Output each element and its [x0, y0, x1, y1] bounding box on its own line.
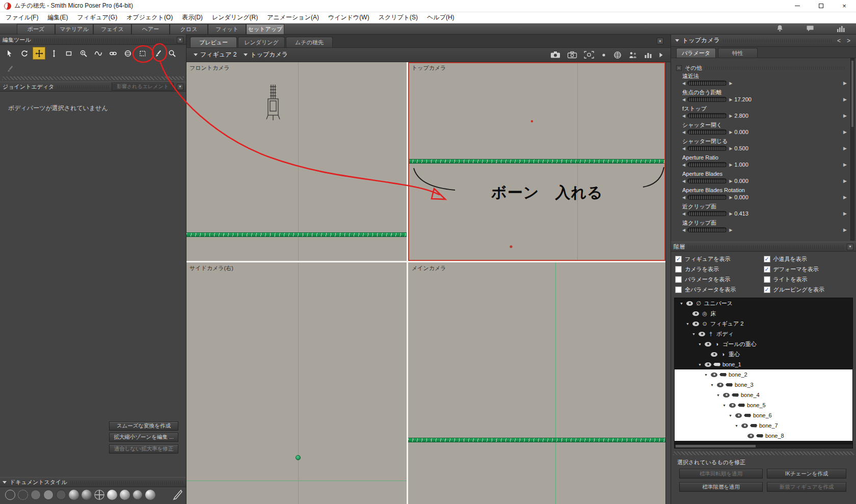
dial-right-arrow-icon[interactable]: ▶ [729, 97, 732, 102]
expander-icon[interactable]: ▼ [692, 332, 697, 336]
room-tab-fitting[interactable]: フィット [208, 24, 246, 34]
checkbox-icon[interactable]: ✓ [764, 256, 770, 262]
parameter-value[interactable]: 0.000 [734, 194, 755, 200]
parameter-dial[interactable] [687, 227, 727, 232]
figure-dropdown[interactable]: フィギュア 2 [194, 50, 236, 59]
style-silhouette-icon[interactable] [5, 490, 15, 500]
menu-help[interactable]: ヘルプ(H) [422, 13, 459, 22]
tab-properties[interactable]: 特性 [718, 48, 758, 58]
select-tool-icon[interactable] [3, 47, 16, 60]
snapshot-camera-icon[interactable] [550, 51, 560, 59]
parameter-value[interactable]: 0.500 [734, 145, 755, 151]
menu-figure[interactable]: フィギュア(G) [72, 13, 122, 22]
checkbox-show-props[interactable]: ✓小道具を表示 [764, 255, 852, 263]
dial-right-arrow-icon[interactable]: ▶ [729, 146, 732, 151]
morph-brush-icon[interactable] [3, 62, 16, 75]
checkbox-show-all-parameters[interactable]: ✓全パラメータを表示 [675, 286, 764, 294]
style-smooth-shaded-icon[interactable] [107, 490, 117, 500]
parameter-flyout-icon[interactable]: ▶ [843, 227, 847, 232]
expander-icon[interactable]: ▼ [729, 414, 733, 417]
tree-item-universe[interactable]: ▼∅ユニバース [675, 298, 852, 308]
tree-item-center[interactable]: ▼◑重心 [675, 349, 852, 359]
close-button[interactable]: × [833, 0, 856, 12]
style-flat-lined-icon[interactable] [82, 490, 92, 500]
checkbox-icon[interactable]: ✓ [675, 256, 682, 262]
parameter-flyout-icon[interactable]: ▶ [843, 81, 847, 86]
style-hidden-line-icon[interactable] [43, 490, 54, 500]
expander-icon[interactable]: ▼ [716, 393, 721, 397]
dial-right-arrow-icon[interactable]: ▶ [729, 81, 732, 86]
parameter-flyout-icon[interactable]: ▶ [843, 113, 847, 118]
parameter-flyout-icon[interactable]: ▶ [843, 129, 847, 135]
chevron-down-icon[interactable] [675, 39, 679, 42]
bone-chain-top[interactable] [408, 159, 665, 164]
tree-item-bone8[interactable]: ▼bone_8 [675, 431, 852, 441]
dial-right-arrow-icon[interactable]: ▶ [729, 163, 732, 167]
next-item-arrow-icon[interactable]: > [845, 37, 852, 44]
dial-left-arrow-icon[interactable]: ◀ [682, 146, 685, 151]
dial-left-arrow-icon[interactable]: ◀ [682, 97, 685, 102]
parameter-dial[interactable] [687, 129, 727, 135]
menu-display[interactable]: 表示(D) [177, 13, 207, 22]
checkbox-icon[interactable]: ✓ [675, 266, 682, 273]
dial-left-arrow-icon[interactable]: ◀ [682, 211, 685, 216]
checkbox-show-lights[interactable]: ✓ライトを表示 [764, 276, 852, 283]
style-cartoon-icon[interactable] [94, 490, 104, 500]
style-texture-shaded-icon[interactable] [132, 490, 143, 500]
affected-elements-button[interactable]: 影響されるエレメント [112, 83, 174, 91]
tree-item-floor[interactable]: ▼◎床 [675, 308, 852, 319]
menu-scripts[interactable]: スクリプト(S) [374, 13, 422, 22]
parameter-flyout-icon[interactable]: ▶ [843, 97, 847, 102]
eye-icon[interactable] [711, 373, 717, 377]
bone-chain-front[interactable] [186, 232, 407, 237]
menu-render[interactable]: レンダリング(R) [207, 13, 262, 22]
area-render-camera-icon[interactable] [584, 51, 594, 59]
menu-object[interactable]: オブジェクト(O) [122, 13, 177, 22]
eye-icon[interactable] [711, 352, 717, 357]
antialias-dot-icon[interactable] [601, 52, 607, 58]
dial-left-arrow-icon[interactable]: ◀ [682, 114, 685, 118]
expander-icon[interactable]: ▼ [698, 363, 703, 366]
edit-scale-zone-button[interactable]: 拡大縮小ゾーンを編集 ... [109, 433, 178, 442]
eye-icon[interactable] [741, 423, 748, 428]
eye-icon[interactable] [705, 362, 711, 367]
translate-inout-tool-icon[interactable] [47, 47, 60, 60]
style-wireframe-icon[interactable] [31, 490, 41, 500]
tree-item-bone5[interactable]: ▼bone_5 [675, 400, 852, 410]
style-sketch-pencil-icon[interactable] [172, 489, 183, 500]
parameter-dial[interactable] [687, 195, 727, 200]
style-smooth-lined-icon[interactable] [120, 490, 130, 500]
dial-right-arrow-icon[interactable]: ▶ [729, 228, 732, 232]
checkbox-show-figures[interactable]: ✓フィギュアを表示 [675, 255, 764, 263]
checkbox-icon[interactable]: ✓ [675, 286, 682, 293]
scrollbar-thumb[interactable] [676, 445, 756, 447]
zoom-tool-icon[interactable] [166, 47, 178, 60]
eye-icon[interactable] [735, 413, 742, 418]
dial-right-arrow-icon[interactable]: ▶ [729, 179, 732, 183]
parameters-scrollbar[interactable] [850, 58, 854, 241]
trackball-icon[interactable] [613, 51, 622, 59]
eye-icon[interactable] [692, 311, 699, 316]
room-tab-face[interactable]: フェイス [93, 24, 131, 34]
parameter-dial[interactable] [687, 211, 727, 216]
minimize-button[interactable] [786, 0, 809, 12]
menu-window[interactable]: ウインドウ(W) [324, 13, 374, 22]
collapse-icon[interactable]: ▼ [177, 37, 183, 43]
tree-item-bone3[interactable]: ▼bone_3 [675, 380, 852, 390]
apply-rotation-order-button[interactable]: 標準回転順を適用 [679, 469, 763, 479]
dial-left-arrow-icon[interactable]: ◀ [682, 81, 685, 86]
parameter-flyout-icon[interactable]: ▶ [843, 162, 847, 167]
twist-tool-icon[interactable] [92, 47, 104, 60]
dial-left-arrow-icon[interactable]: ◀ [682, 228, 685, 232]
dial-left-arrow-icon[interactable]: ◀ [682, 179, 685, 183]
magnify-tool-icon[interactable] [77, 47, 90, 60]
parameter-dial[interactable] [687, 162, 727, 167]
tree-item-goal-center[interactable]: ▼◑ゴールの重心 [675, 339, 852, 349]
room-tab-setup[interactable]: セットアップ [246, 24, 284, 34]
expander-icon[interactable]: ▼ [698, 342, 703, 346]
eye-icon[interactable] [717, 383, 724, 387]
doc-tab-document[interactable]: ムチの穂先 [286, 37, 333, 47]
eye-icon[interactable] [747, 434, 754, 438]
apply-standard-hierarchy-button[interactable]: 標準階層を適用 [679, 482, 763, 492]
dial-right-arrow-icon[interactable]: ▶ [729, 195, 732, 200]
